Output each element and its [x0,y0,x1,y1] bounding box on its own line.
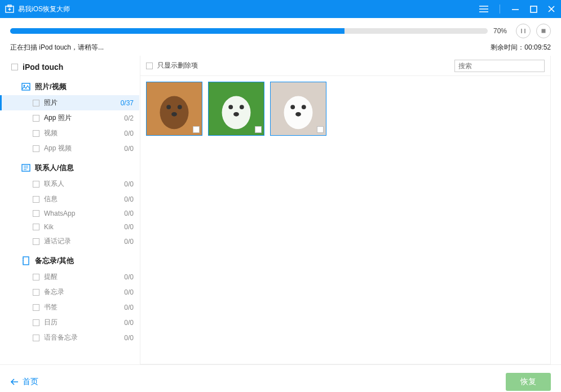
select-checkbox[interactable] [255,126,262,133]
progress-percent: 70% [493,27,510,35]
svg-point-24 [302,105,306,109]
tree-item[interactable]: 语音备忘录0/0 [0,330,139,345]
item-count: 0/0 [124,288,134,296]
tree-item[interactable]: 通话记录0/0 [0,234,139,249]
checkbox[interactable] [33,130,39,137]
item-label: 通话记录 [44,237,124,246]
svg-point-8 [24,85,25,87]
item-count: 0/0 [124,145,134,153]
svg-rect-6 [542,29,546,33]
svg-point-13 [166,105,171,109]
home-label: 首页 [23,377,38,387]
tree-item[interactable]: WhatsApp0/0 [0,207,139,220]
app-logo-icon [5,4,15,14]
minimize-button[interactable] [510,4,520,14]
tree-item[interactable]: Kik0/0 [0,220,139,234]
footer: 首页 恢复 [0,364,561,392]
show-deleted-checkbox[interactable] [146,63,153,69]
memo-icon [21,256,30,265]
show-deleted-label: 只显示删除项 [157,61,450,70]
svg-point-3 [479,8,480,10]
arrow-left-icon [10,378,19,386]
checkbox[interactable] [33,100,39,106]
scan-status-text: 正在扫描 iPod touch，请稍等... [10,43,104,52]
checkbox[interactable] [33,238,39,245]
select-checkbox[interactable] [317,126,324,133]
item-count: 0/0 [124,238,134,246]
search-input[interactable] [454,60,545,72]
svg-rect-10 [23,257,29,265]
item-label: 照片 [44,98,121,108]
tree-item[interactable]: 书签0/0 [0,300,139,315]
item-count: 0/0 [124,130,134,137]
titlebar: 易我iOS恢复大师 [0,0,561,18]
item-count: 0/2 [124,114,134,122]
contacts-icon [21,163,30,172]
checkbox[interactable] [33,319,39,326]
checkbox[interactable] [33,304,39,311]
checkbox[interactable] [33,210,39,217]
checkbox[interactable] [33,145,39,152]
pause-button[interactable] [516,24,531,38]
item-label: WhatsApp [44,210,124,217]
item-count: 0/0 [124,334,134,342]
window-title: 易我iOS恢复大师 [18,5,479,14]
item-count: 0/37 [121,99,134,107]
category-label: 联系人/信息 [35,163,74,173]
stop-button[interactable] [536,24,551,38]
tree-root[interactable]: iPod touch [0,59,139,75]
item-count: 0/0 [124,210,134,217]
tree-category[interactable]: 照片/视频 [0,78,139,95]
checkbox[interactable] [33,181,39,188]
checkbox[interactable] [11,64,18,70]
thumbnail[interactable] [146,82,202,136]
select-checkbox[interactable] [193,126,200,133]
checkbox[interactable] [33,289,39,296]
item-count: 0/0 [124,223,134,231]
item-label: 提醒 [44,272,124,282]
tree-item[interactable]: 信息0/0 [0,191,139,207]
menu-list-icon[interactable] [479,4,489,14]
separator [500,5,500,14]
tree-root-label: iPod touch [23,63,63,72]
item-label: 语音备忘录 [44,333,124,342]
thumbnail-grid [140,76,550,364]
tree-item[interactable]: 视频0/0 [0,126,139,141]
checkbox[interactable] [33,224,39,230]
tree-category[interactable]: 联系人/信息 [0,159,139,176]
home-link[interactable]: 首页 [10,377,38,387]
svg-point-25 [295,112,301,117]
sidebar: iPod touch 照片/视频照片0/37App 照片0/2视频0/0App … [0,56,140,364]
content-toolbar: 只显示删除项 [140,56,550,76]
checkbox[interactable] [33,115,39,122]
category-label: 备忘录/其他 [35,256,74,266]
thumbnail[interactable] [208,82,264,136]
tree-item[interactable]: 日历0/0 [0,315,139,330]
tree-item[interactable]: 照片0/37 [0,95,139,110]
item-label: 日历 [44,318,124,327]
svg-point-15 [171,112,177,117]
svg-point-23 [290,105,295,109]
item-label: Kik [44,223,124,231]
checkbox[interactable] [33,274,39,280]
recover-button[interactable]: 恢复 [506,373,551,391]
close-button[interactable] [546,4,556,14]
tree-item[interactable]: App 照片0/2 [0,110,139,126]
tree-item[interactable]: App 视频0/0 [0,141,139,156]
checkbox[interactable] [33,335,39,341]
tree-item[interactable]: 联系人0/0 [0,176,139,191]
item-label: 书签 [44,302,124,312]
item-count: 0/0 [124,304,134,311]
item-label: 信息 [44,194,124,204]
thumbnail[interactable] [270,82,326,136]
checkbox[interactable] [33,196,39,203]
svg-point-18 [228,105,233,109]
maximize-button[interactable] [528,4,538,14]
tree-category[interactable]: 备忘录/其他 [0,252,139,269]
picture-icon [21,82,30,91]
tree-item[interactable]: 提醒0/0 [0,269,139,284]
content-panel: 只显示删除项 [140,56,551,364]
tree-item[interactable]: 备忘录0/0 [0,284,139,300]
item-label: 备忘录 [44,287,124,297]
item-count: 0/0 [124,273,134,281]
